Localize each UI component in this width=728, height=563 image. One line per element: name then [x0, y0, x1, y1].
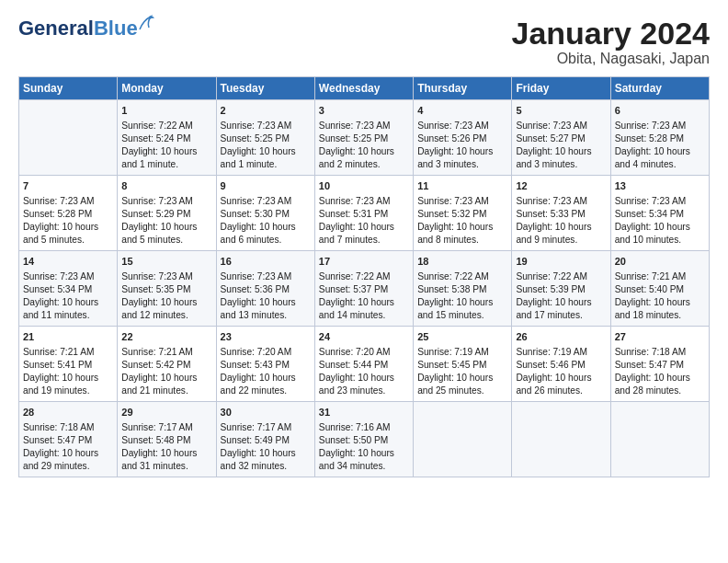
day-info-line: Sunset: 5:34 PM — [23, 283, 113, 296]
day-info-line: Sunrise: 7:18 AM — [615, 346, 705, 359]
day-info-line: and 13 minutes. — [221, 309, 311, 322]
day-info-line: Sunrise: 7:23 AM — [417, 120, 507, 132]
day-info-line: Sunset: 5:30 PM — [221, 208, 311, 221]
day-info-line: Sunset: 5:47 PM — [23, 434, 113, 447]
day-info-line: Daylight: 10 hours — [121, 372, 211, 385]
day-info-line: Daylight: 10 hours — [23, 296, 113, 309]
day-info-line: Sunrise: 7:18 AM — [23, 421, 113, 434]
day-info-line: and 1 minute. — [221, 158, 311, 171]
logo-bird-icon — [138, 13, 154, 33]
day-info-line: Daylight: 10 hours — [23, 372, 113, 385]
day-info-line: Sunset: 5:25 PM — [221, 132, 311, 145]
day-info-line: Sunset: 5:35 PM — [121, 283, 211, 296]
col-friday: Friday — [512, 77, 610, 100]
day-number: 14 — [23, 255, 113, 269]
day-info-line: Sunset: 5:27 PM — [516, 132, 606, 145]
day-info-line: Sunset: 5:47 PM — [615, 359, 705, 372]
day-number: 9 — [221, 179, 311, 193]
day-info-line: Daylight: 10 hours — [221, 221, 311, 234]
day-info-line: Daylight: 10 hours — [221, 372, 311, 385]
day-info-line: Daylight: 10 hours — [23, 447, 113, 460]
day-info-line: and 12 minutes. — [121, 309, 211, 322]
day-info-line: and 3 minutes. — [417, 158, 507, 171]
day-info-line: Sunrise: 7:21 AM — [615, 270, 705, 283]
day-number: 8 — [121, 179, 211, 193]
table-cell: 21Sunrise: 7:21 AMSunset: 5:41 PMDayligh… — [19, 327, 118, 402]
col-tuesday: Tuesday — [216, 77, 314, 100]
day-number: 26 — [516, 330, 606, 344]
day-info-line: Sunrise: 7:21 AM — [121, 346, 211, 359]
day-info-line: Daylight: 10 hours — [516, 221, 606, 234]
day-info-line: Daylight: 10 hours — [221, 296, 311, 309]
day-info-line: Sunset: 5:28 PM — [615, 132, 705, 145]
day-info-line: Sunrise: 7:23 AM — [615, 120, 705, 132]
day-info-line: and 14 minutes. — [319, 309, 409, 322]
day-info-line: and 9 minutes. — [516, 234, 606, 247]
day-info-line: Sunset: 5:24 PM — [121, 132, 211, 145]
table-cell: 1Sunrise: 7:22 AMSunset: 5:24 PMDaylight… — [118, 100, 216, 176]
table-cell: 11Sunrise: 7:23 AMSunset: 5:32 PMDayligh… — [414, 176, 512, 251]
day-info-line: and 34 minutes. — [319, 460, 409, 473]
table-cell: 4Sunrise: 7:23 AMSunset: 5:26 PMDaylight… — [414, 100, 512, 176]
day-info-line: Sunset: 5:37 PM — [319, 283, 409, 296]
calendar-week-row: 7Sunrise: 7:23 AMSunset: 5:28 PMDaylight… — [19, 176, 710, 251]
day-info-line: Sunrise: 7:23 AM — [516, 195, 606, 208]
day-info-line: and 1 minute. — [121, 158, 211, 171]
day-number: 27 — [615, 330, 705, 344]
day-info-line: Sunset: 5:42 PM — [121, 359, 211, 372]
day-info-line: Sunrise: 7:20 AM — [221, 346, 311, 359]
day-info-line: Sunset: 5:49 PM — [221, 434, 311, 447]
table-cell: 28Sunrise: 7:18 AMSunset: 5:47 PMDayligh… — [19, 402, 118, 477]
day-info-line: and 28 minutes. — [615, 385, 705, 397]
table-cell — [414, 402, 512, 477]
table-cell: 30Sunrise: 7:17 AMSunset: 5:49 PMDayligh… — [216, 402, 314, 477]
day-number: 30 — [221, 406, 311, 419]
day-info-line: Sunrise: 7:23 AM — [221, 120, 311, 132]
logo: GeneralBlue — [18, 17, 138, 40]
col-sunday: Sunday — [19, 77, 118, 100]
day-info-line: Sunrise: 7:22 AM — [319, 270, 409, 283]
day-info-line: Daylight: 10 hours — [121, 145, 211, 158]
table-cell: 20Sunrise: 7:21 AMSunset: 5:40 PMDayligh… — [610, 251, 709, 327]
day-info-line: and 31 minutes. — [121, 460, 211, 473]
day-number: 10 — [319, 179, 409, 193]
day-info-line: and 17 minutes. — [516, 309, 606, 322]
table-cell: 10Sunrise: 7:23 AMSunset: 5:31 PMDayligh… — [314, 176, 413, 251]
day-number: 15 — [121, 255, 211, 269]
day-info-line: and 26 minutes. — [516, 385, 606, 397]
day-number: 4 — [417, 104, 507, 118]
day-info-line: Sunrise: 7:23 AM — [121, 270, 211, 283]
day-info-line: Daylight: 10 hours — [516, 145, 606, 158]
day-number: 22 — [121, 330, 211, 344]
day-info-line: Daylight: 10 hours — [121, 447, 211, 460]
table-cell: 31Sunrise: 7:16 AMSunset: 5:50 PMDayligh… — [314, 402, 413, 477]
day-info-line: Sunset: 5:38 PM — [417, 283, 507, 296]
day-info-line: and 5 minutes. — [121, 234, 211, 247]
day-info-line: Sunset: 5:48 PM — [121, 434, 211, 447]
table-cell: 6Sunrise: 7:23 AMSunset: 5:28 PMDaylight… — [610, 100, 709, 176]
day-info-line: Daylight: 10 hours — [615, 372, 705, 385]
day-info-line: and 32 minutes. — [221, 460, 311, 473]
day-info-line: Sunrise: 7:23 AM — [221, 195, 311, 208]
day-info-line: Sunrise: 7:22 AM — [516, 270, 606, 283]
day-info-line: Daylight: 10 hours — [319, 145, 409, 158]
day-info-line: Daylight: 10 hours — [319, 296, 409, 309]
table-cell: 15Sunrise: 7:23 AMSunset: 5:35 PMDayligh… — [118, 251, 216, 327]
day-info-line: Daylight: 10 hours — [121, 296, 211, 309]
day-info-line: Sunrise: 7:17 AM — [121, 421, 211, 434]
day-info-line: and 25 minutes. — [417, 385, 507, 397]
day-info-line: and 7 minutes. — [319, 234, 409, 247]
day-info-line: and 29 minutes. — [23, 460, 113, 473]
header: GeneralBlue January 2024 Obita, Nagasaki… — [18, 17, 710, 67]
day-info-line: and 22 minutes. — [221, 385, 311, 397]
day-info-line: Sunset: 5:43 PM — [221, 359, 311, 372]
table-cell: 24Sunrise: 7:20 AMSunset: 5:44 PMDayligh… — [314, 327, 413, 402]
day-number: 18 — [417, 255, 507, 269]
day-info-line: Sunset: 5:44 PM — [319, 359, 409, 372]
logo-blue: Blue — [94, 17, 138, 40]
col-monday: Monday — [118, 77, 216, 100]
day-number: 6 — [615, 104, 705, 118]
day-info-line: and 2 minutes. — [319, 158, 409, 171]
logo-general: General — [18, 17, 94, 40]
day-info-line: Daylight: 10 hours — [319, 221, 409, 234]
